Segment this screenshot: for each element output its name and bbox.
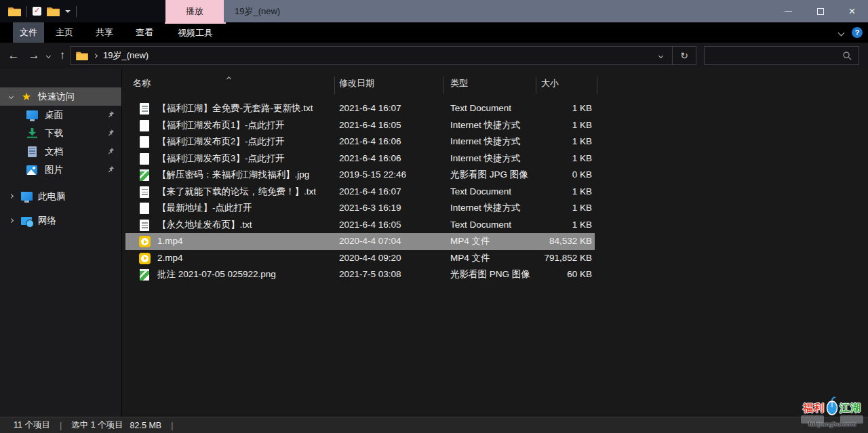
toolbar-separator [76,6,77,17]
document-icon [26,146,38,158]
address-bar[interactable]: 19岁_(new) ↻ [70,46,696,65]
sidebar-item-quick-access[interactable]: ★ 快速访问 [0,87,121,106]
star-icon: ★ [20,91,33,103]
column-header-type[interactable]: 类型 [450,77,468,89]
divider: | [171,421,173,430]
breadcrumb[interactable]: 19岁_(new) [103,49,149,62]
maximize-icon [817,8,824,15]
table-row[interactable]: 2.mp4 2020-4-4 09:20 MP4 文件 791,852 KB [125,250,595,267]
video-file-icon [139,253,151,264]
pin-icon [107,147,115,154]
sidebar-item-pictures[interactable]: 图片 [0,161,121,179]
column-divider[interactable] [536,77,536,94]
maximize-button[interactable] [804,0,836,22]
selected-size: 82.5 MB [130,421,162,430]
tab-home[interactable]: 主页 [44,22,85,43]
customize-toolbar-caret-icon[interactable] [65,10,71,13]
text-file-icon [140,103,149,115]
folder-icon[interactable] [8,7,21,16]
back-button[interactable]: ← [5,43,22,68]
file-rows: 【福利江湖】全免费-无套路-更新快.txt 2021-6-4 16:07 Tex… [122,100,868,283]
table-row[interactable]: 【来了就能下载的论坛，纯免费！】.txt 2021-6-4 16:07 Text… [125,184,595,201]
image-file-icon [140,169,149,181]
chevron-right-icon[interactable] [8,194,13,199]
search-icon [843,51,852,60]
table-row[interactable]: 【永久地址发布页】.txt 2021-6-4 16:05 Text Docume… [125,217,595,234]
contextual-tab-play[interactable]: 播放 [165,0,224,22]
forward-button[interactable]: → [26,43,42,68]
navigation-pane: ★ 快速访问 桌面 下载 文档 图片 [0,68,122,417]
minimize-button[interactable] [772,0,804,22]
up-button[interactable]: ↑ [54,43,71,68]
titlebar: 播放 19岁_(new) × [0,0,868,22]
sidebar-item-label: 下载 [45,127,63,140]
pin-icon [107,129,115,136]
desktop-icon [26,109,38,121]
sidebar-item-downloads[interactable]: 下载 [0,124,121,142]
table-row[interactable]: 【解压密码：来福利江湖找福利】.jpg 2019-5-15 22:46 光影看图… [125,167,595,184]
watermark-text-right: 江湖 [840,402,861,415]
search-box[interactable] [704,46,859,65]
sidebar-item-network[interactable]: 网络 [0,211,121,230]
close-icon: × [849,5,856,17]
sidebar-item-desktop[interactable]: 桌面 [0,106,121,124]
watermark-domain: fulijianghu.com [800,420,865,428]
pin-icon [107,165,115,173]
table-row[interactable]: 【福利江湖】全免费-无套路-更新快.txt 2021-6-4 16:07 Tex… [125,100,595,117]
refresh-icon[interactable]: ↻ [673,47,696,64]
column-divider[interactable] [334,77,335,94]
table-row[interactable]: 批注 2021-07-05 025922.png 2021-7-5 03:08 … [125,266,595,283]
close-button[interactable]: × [836,0,868,22]
table-row[interactable]: 【福利江湖发布页3】-点此打开 2021-6-4 16:06 Internet … [125,150,595,167]
mouse-icon [825,395,839,415]
recent-locations-icon[interactable] [42,43,54,68]
explorer-window: 播放 19岁_(new) × 文件 主页 共享 查看 视频工具 ? ← → ↑ [0,0,868,433]
internet-shortcut-icon [140,203,149,214]
new-folder-icon[interactable] [47,7,60,16]
column-divider[interactable] [597,77,597,94]
internet-shortcut-icon [140,136,149,148]
file-list-pane: 名称 修改日期 类型 大小 【福利江湖】全免费-无套路-更新快.txt 2021… [122,68,868,417]
column-header-name[interactable]: 名称 [133,77,151,89]
table-row[interactable]: 【福利江湖发布页1】-点此打开 2021-6-4 16:05 Internet … [125,117,595,134]
status-bar: 11 个项目 | 选中 1 个项目 82.5 MB | [0,417,868,433]
properties-check-icon[interactable] [33,7,41,16]
video-file-icon [139,236,151,247]
breadcrumb-chevron-icon [93,53,98,58]
download-icon [26,127,38,140]
sidebar-item-documents[interactable]: 文档 [0,142,121,161]
chevron-down-icon[interactable] [8,94,13,99]
internet-shortcut-icon [140,153,149,165]
table-row[interactable]: 【最新地址】-点此打开 2021-6-3 16:19 Internet 快捷方式… [125,200,595,217]
table-row[interactable]: 【福利江湖发布页2】-点此打开 2021-6-4 16:06 Internet … [125,133,595,150]
chevron-right-icon[interactable] [8,218,13,223]
text-file-icon [140,186,149,198]
sidebar-item-label: 图片 [45,164,63,176]
sidebar-item-label: 桌面 [45,109,63,121]
sidebar-item-label: 此电脑 [38,190,66,203]
sidebar-item-this-pc[interactable]: 此电脑 [0,187,121,205]
tab-video-tools[interactable]: 视频工具 [165,22,226,43]
column-header-size[interactable]: 大小 [541,77,559,89]
internet-shortcut-icon [140,120,149,131]
tab-view[interactable]: 查看 [124,22,165,43]
text-file-icon [140,220,149,231]
sidebar-item-label: 网络 [38,215,56,227]
items-count: 11 个项目 [14,419,50,431]
search-input[interactable] [705,51,843,60]
column-divider[interactable] [443,77,443,94]
tab-file[interactable]: 文件 [13,22,44,43]
sort-ascending-icon [226,77,231,81]
tab-share[interactable]: 共享 [85,22,124,43]
collapse-ribbon-icon[interactable] [838,29,845,36]
table-row[interactable]: 1.mp4 2020-4-4 07:04 MP4 文件 84,532 KB [125,233,595,250]
ribbon-tab-bar: 文件 主页 共享 查看 视频工具 ? [0,22,868,43]
selected-count: 选中 1 个项目 [71,419,123,431]
help-icon[interactable]: ? [852,27,863,38]
column-header-date[interactable]: 修改日期 [339,77,374,89]
watermark-logo: 福利 江湖 fulijianghu.com [800,392,865,429]
quick-access-toolbar [0,0,165,22]
folder-icon [76,51,88,60]
address-dropdown-icon[interactable] [649,47,672,64]
toolbar-separator [26,6,27,17]
